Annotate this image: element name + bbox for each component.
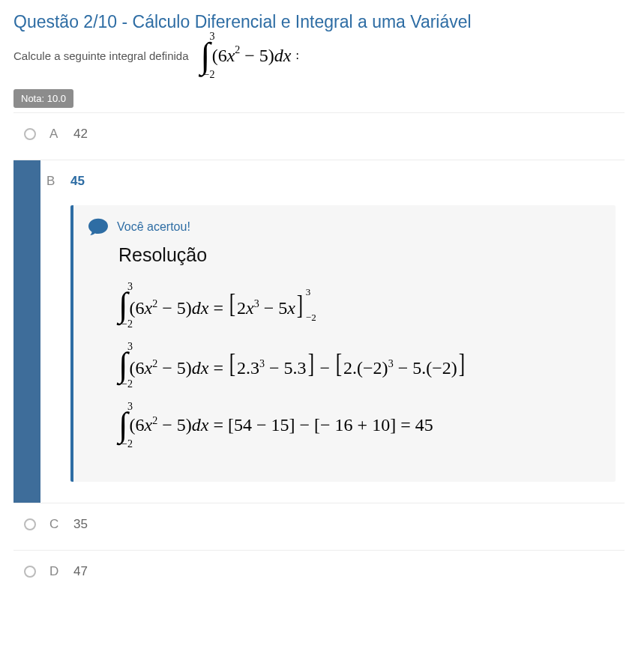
option-answer-col: 35 bbox=[73, 503, 625, 545]
option-a-value: 42 bbox=[73, 127, 88, 141]
speech-bubble-icon bbox=[87, 217, 109, 237]
integral-sign-icon: ∫ 3 −2 bbox=[201, 41, 211, 70]
prompt-text: Calcule a seguinte integral definida bbox=[13, 49, 189, 62]
radio-c[interactable] bbox=[24, 518, 36, 530]
option-letter: D bbox=[43, 551, 73, 579]
integral-sign-icon: ∫ 3 −2 bbox=[118, 351, 128, 379]
options-list: A 42 B 45 Você acertou! Resolução bbox=[13, 112, 625, 597]
option-answer-col: 45 Você acertou! Resolução ∫ 3 bbox=[70, 160, 625, 503]
option-d[interactable]: D 47 bbox=[13, 551, 625, 597]
option-d-value: 47 bbox=[73, 564, 88, 578]
integrand: (6x2 − 5)dx bbox=[212, 46, 292, 66]
option-b-value: 45 bbox=[70, 174, 85, 188]
feedback-box: Você acertou! Resolução ∫ 3 −2 (6x2 − 5)… bbox=[70, 205, 616, 482]
option-c[interactable]: C 35 bbox=[13, 503, 625, 551]
option-letter: A bbox=[43, 113, 73, 142]
radio-col bbox=[16, 551, 43, 578]
question-prompt-row: Calcule a seguinte integral definida ∫ 3… bbox=[13, 41, 625, 70]
radio-a[interactable] bbox=[24, 128, 36, 140]
option-b[interactable]: B 45 Você acertou! Resolução ∫ bbox=[13, 160, 625, 503]
option-a[interactable]: A 42 bbox=[13, 113, 625, 160]
solution-step-1: ∫ 3 −2 (6x2 − 5)dx = [2x3 − 5x]3−2 bbox=[118, 284, 602, 326]
radio-col bbox=[16, 113, 43, 140]
resolution-title: Resolução bbox=[118, 244, 602, 266]
feedback-header: Você acertou! bbox=[87, 217, 602, 237]
solution-step-2: ∫ 3 −2 (6x2 − 5)dx = [2.33 − 5.3] − [2.(… bbox=[118, 344, 602, 386]
solution-steps: ∫ 3 −2 (6x2 − 5)dx = [2x3 − 5x]3−2 bbox=[118, 284, 602, 446]
option-c-value: 35 bbox=[73, 517, 88, 531]
option-letter: B bbox=[40, 160, 70, 189]
colon: : bbox=[296, 49, 299, 62]
option-letter: C bbox=[43, 503, 73, 532]
feedback-container: Você acertou! Resolução ∫ 3 −2 (6x2 − 5)… bbox=[70, 205, 616, 482]
selected-strip bbox=[13, 160, 40, 503]
radio-col bbox=[16, 503, 43, 530]
radio-d[interactable] bbox=[24, 566, 36, 578]
option-answer-col: 42 bbox=[73, 113, 625, 155]
integral-lower-bound: −2 bbox=[204, 70, 215, 79]
integral-expression: ∫ 3 −2 (6x2 − 5)dx : bbox=[201, 41, 299, 70]
integral-sign-icon: ∫ 3 −2 bbox=[118, 291, 128, 319]
solution-step-3: ∫ 3 −2 (6x2 − 5)dx = [54 − 15] − [− 16 +… bbox=[118, 404, 602, 446]
integral-upper-bound: 3 bbox=[210, 32, 215, 40]
integral-sign-icon: ∫ 3 −2 bbox=[118, 411, 128, 439]
question-heading: Questão 2/10 - Cálculo Diferencial e Int… bbox=[13, 12, 625, 32]
score-badge: Nota: 10.0 bbox=[13, 89, 73, 108]
option-answer-col: 47 bbox=[73, 551, 625, 593]
feedback-correct-label: Você acertou! bbox=[117, 220, 190, 234]
